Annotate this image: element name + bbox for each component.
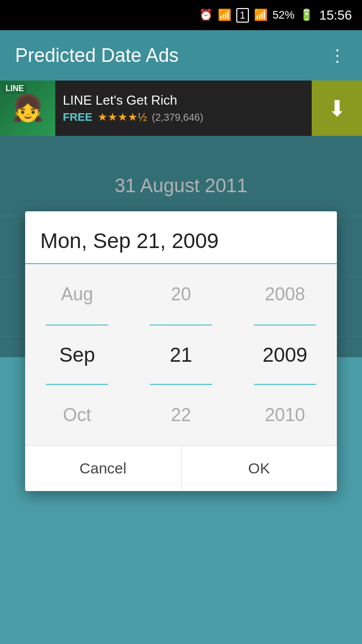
ad-app-name: LINE Let's Get Rich: [63, 93, 304, 108]
ad-reviews: (2,379,646): [152, 112, 203, 123]
dialog-header: Mon, Sep 21, 2009: [25, 211, 337, 264]
year-prev[interactable]: 2008: [233, 264, 337, 325]
month-column[interactable]: Aug Sep Oct: [25, 264, 129, 445]
year-column[interactable]: 2008 2009 2010: [233, 264, 337, 445]
month-current[interactable]: Sep: [25, 325, 129, 385]
day-next[interactable]: 22: [129, 385, 233, 445]
ad-character: 👧: [12, 93, 44, 124]
ad-free-label: FREE: [63, 111, 93, 124]
dialog-actions: Cancel OK: [25, 445, 337, 491]
picker-container: Aug Sep Oct 20 21 22 2008 2009 2010: [25, 264, 337, 445]
day-prev[interactable]: 20: [129, 264, 233, 325]
ad-badge: LINE: [3, 83, 27, 94]
status-bar: ⏰ 📶 1 📶 52% 🔋 15:56: [0, 0, 362, 30]
month-prev[interactable]: Aug: [25, 264, 129, 325]
app-title: Predicted Date Ads: [15, 45, 178, 66]
month-next[interactable]: Oct: [25, 385, 129, 445]
status-icons: ⏰ 📶 1 📶 52% 🔋: [199, 8, 313, 23]
status-time: 15:56: [319, 8, 352, 23]
more-options-icon[interactable]: ⋮: [329, 45, 347, 65]
year-current[interactable]: 2009: [233, 325, 337, 385]
date-picker-dialog: Mon, Sep 21, 2009 Aug Sep Oct 20 21 22: [25, 211, 337, 491]
day-current[interactable]: 21: [129, 325, 233, 385]
signal-icon: 📶: [254, 9, 267, 22]
dialog-body: Aug Sep Oct 20 21 22 2008 2009 2010: [25, 264, 337, 445]
ad-download-button[interactable]: ⬇: [312, 80, 362, 136]
day-column[interactable]: 20 21 22: [129, 264, 233, 445]
network-icon: 1: [236, 8, 249, 23]
ok-button[interactable]: OK: [182, 446, 337, 491]
ad-banner: LINE 👧 LINE Let's Get Rich FREE ★★★★½ (2…: [0, 80, 362, 136]
ad-meta: FREE ★★★★½ (2,379,646): [63, 111, 304, 124]
year-next[interactable]: 2010: [233, 385, 337, 445]
dialog-date-title: Mon, Sep 21, 2009: [40, 229, 219, 253]
battery-icon: 🔋: [300, 9, 313, 22]
download-icon: ⬇: [328, 96, 346, 121]
ad-icon: LINE 👧: [0, 80, 55, 136]
ad-text-area: LINE Let's Get Rich FREE ★★★★½ (2,379,64…: [55, 88, 312, 129]
alarm-icon: ⏰: [199, 9, 213, 22]
cancel-button[interactable]: Cancel: [25, 446, 182, 491]
wifi-icon: 📶: [218, 9, 231, 22]
ad-stars: ★★★★½: [98, 111, 147, 124]
battery-label: 52%: [273, 9, 295, 22]
app-bar: Predicted Date Ads ⋮: [0, 30, 362, 80]
